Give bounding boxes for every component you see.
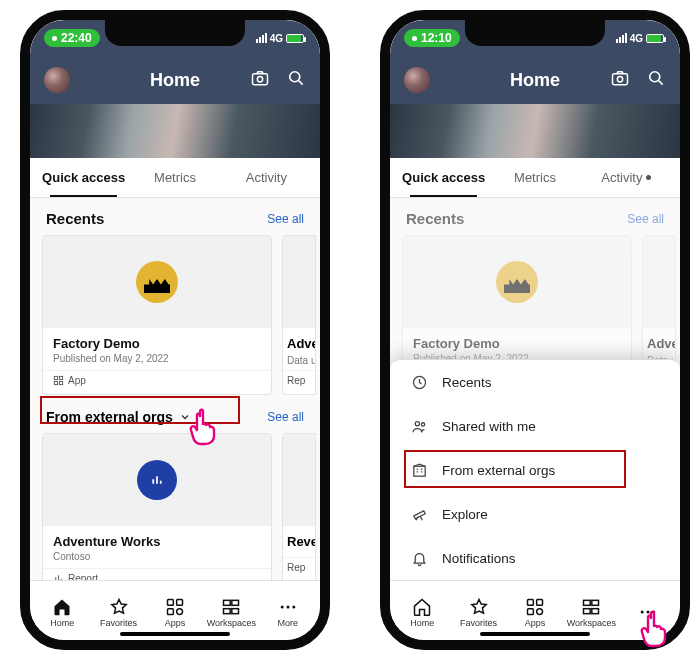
external-see-all[interactable]: See all: [267, 410, 304, 424]
svg-rect-35: [584, 609, 591, 614]
svg-point-38: [646, 611, 649, 614]
svg-rect-6: [59, 381, 62, 384]
tab-activity[interactable]: Activity: [581, 158, 672, 197]
network-label: 4G: [630, 33, 643, 44]
banner-image: [390, 104, 680, 158]
svg-rect-0: [253, 74, 268, 85]
search-icon[interactable]: [646, 68, 666, 92]
home-indicator: [120, 632, 230, 636]
svg-rect-18: [613, 74, 628, 85]
nav-workspaces[interactable]: Workspaces: [563, 597, 619, 628]
status-time: 12:10: [404, 29, 460, 47]
svg-point-39: [652, 611, 655, 614]
external-card[interactable]: Adventure Works Contoso Report: [42, 433, 272, 580]
nav-more[interactable]: [620, 602, 676, 623]
factory-icon: [136, 261, 178, 303]
card-subtitle: Contoso: [53, 551, 261, 562]
svg-rect-12: [232, 600, 239, 605]
clock-icon: [410, 373, 428, 391]
svg-rect-29: [527, 600, 533, 606]
phone-left: 22:40 4G Home Quick access Metrics Activ…: [20, 10, 330, 650]
svg-rect-14: [232, 609, 239, 614]
people-icon: [410, 417, 428, 435]
card-type: Report: [68, 573, 98, 580]
app-header: Home: [390, 56, 680, 104]
tab-metrics[interactable]: Metrics: [129, 158, 220, 197]
more-menu-sheet: Recents Shared with me From external org…: [390, 359, 680, 580]
svg-rect-5: [54, 381, 57, 384]
sheet-item-notifications[interactable]: Notifications: [390, 536, 680, 580]
search-icon[interactable]: [286, 68, 306, 92]
svg-rect-28: [413, 466, 424, 476]
avatar[interactable]: [44, 67, 70, 93]
nav-favorites[interactable]: Favorites: [450, 597, 506, 628]
signal-icon: [616, 33, 627, 43]
telescope-icon: [410, 505, 428, 523]
battery-icon: [286, 34, 304, 43]
app-header: Home: [30, 56, 320, 104]
tab-quick-access[interactable]: Quick access: [398, 158, 489, 197]
banner-image: [30, 104, 320, 158]
content-area: Recents See all Factory Demo Published o…: [30, 198, 320, 580]
card-subtitle: Published on May 2, 2022: [53, 353, 261, 364]
external-card-partial[interactable]: Reve Rep: [282, 433, 316, 580]
nav-apps[interactable]: Apps: [507, 597, 563, 628]
phone-right: 12:10 4G Home Quick access Metrics Activ…: [380, 10, 690, 650]
nav-apps[interactable]: Apps: [147, 597, 203, 628]
sheet-item-recents[interactable]: Recents: [390, 360, 680, 404]
recents-card[interactable]: Factory Demo Published on May 2, 2022 Ap…: [42, 235, 272, 395]
battery-icon: [646, 34, 664, 43]
svg-point-16: [286, 606, 289, 609]
recents-title: Recents: [46, 210, 104, 227]
svg-rect-13: [224, 609, 231, 614]
svg-point-19: [617, 77, 622, 82]
sheet-item-external[interactable]: From external orgs: [390, 448, 680, 492]
home-tabs: Quick access Metrics Activity: [390, 158, 680, 198]
nav-home[interactable]: Home: [34, 597, 90, 628]
bottom-nav: Home Favorites Apps Workspaces: [390, 580, 680, 640]
avatar[interactable]: [404, 67, 430, 93]
home-indicator: [480, 632, 590, 636]
nav-home[interactable]: Home: [394, 597, 450, 628]
svg-point-15: [280, 606, 283, 609]
external-cards: Adventure Works Contoso Report Reve Rep: [30, 433, 320, 580]
home-tabs: Quick access Metrics Activity: [30, 158, 320, 198]
report-icon: [53, 573, 64, 580]
sheet-item-shared[interactable]: Shared with me: [390, 404, 680, 448]
svg-rect-3: [54, 376, 57, 379]
card-title: Adventure Works: [53, 534, 261, 549]
nav-more[interactable]: More: [260, 597, 316, 628]
signal-icon: [256, 33, 267, 43]
svg-rect-31: [527, 609, 533, 615]
building-icon: [410, 461, 428, 479]
camera-icon[interactable]: [250, 68, 270, 92]
tab-metrics[interactable]: Metrics: [489, 158, 580, 197]
svg-point-1: [257, 77, 262, 82]
chart-icon: [137, 460, 177, 500]
camera-icon[interactable]: [610, 68, 630, 92]
recents-card-partial[interactable]: Adve Data u Rep: [282, 235, 316, 395]
svg-rect-8: [177, 600, 183, 606]
svg-point-10: [177, 609, 183, 615]
svg-rect-33: [584, 600, 591, 605]
svg-point-20: [650, 72, 660, 82]
svg-rect-7: [167, 600, 173, 606]
svg-point-27: [421, 422, 424, 425]
notch: [465, 20, 605, 46]
nav-favorites[interactable]: Favorites: [90, 597, 146, 628]
recents-see-all[interactable]: See all: [267, 212, 304, 226]
external-orgs-toggle[interactable]: From external orgs: [46, 409, 191, 425]
svg-rect-4: [59, 376, 62, 379]
chevron-down-icon: [179, 411, 191, 423]
tab-quick-access[interactable]: Quick access: [38, 158, 129, 197]
svg-rect-34: [592, 600, 599, 605]
recents-see-all[interactable]: See all: [627, 212, 664, 226]
recents-title: Recents: [406, 210, 464, 227]
tab-activity[interactable]: Activity: [221, 158, 312, 197]
app-icon: [53, 375, 64, 386]
svg-point-2: [290, 72, 300, 82]
content-area: Recents See all Factory Demo Published o…: [390, 198, 680, 580]
sheet-item-explore[interactable]: Explore: [390, 492, 680, 536]
nav-workspaces[interactable]: Workspaces: [203, 597, 259, 628]
card-type: App: [68, 375, 86, 386]
